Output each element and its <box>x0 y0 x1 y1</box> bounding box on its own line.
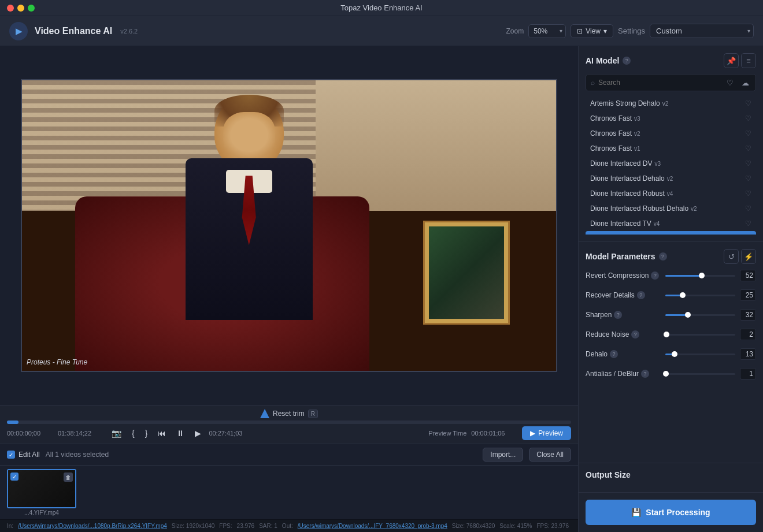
model-heart-4[interactable]: ♡ <box>745 159 751 168</box>
param-slider-revert-compression[interactable] <box>665 275 735 277</box>
step-back-button[interactable]: ⏮ <box>155 427 169 439</box>
close-button[interactable] <box>7 5 14 12</box>
ai-model-pin-button[interactable]: 📌 <box>724 53 739 68</box>
slider-thumb-3[interactable] <box>664 332 669 337</box>
preview-icon: ▶ <box>530 429 535 437</box>
model-item-2[interactable]: Chronos Fast v2 ♡ <box>586 126 756 141</box>
zoom-label: Zoom <box>506 27 524 35</box>
fps-value: 23.976 <box>237 523 255 529</box>
model-heart-5[interactable]: ♡ <box>745 174 751 183</box>
param-label-dehalo: Dehalo ? <box>586 350 661 358</box>
reset-trim-button[interactable]: Reset trim <box>273 410 305 418</box>
model-item-0[interactable]: Artemis Strong Dehalo v2 ♡ <box>586 96 756 111</box>
mark-in-button[interactable]: { <box>129 427 138 439</box>
model-heart-0[interactable]: ♡ <box>745 99 751 107</box>
slider-thumb-0[interactable] <box>699 273 705 278</box>
model-version-6: v4 <box>667 191 673 197</box>
person-body <box>186 158 313 320</box>
out-path[interactable]: /Users/wimarys/Downloads/...IFY_7680x432… <box>298 523 447 529</box>
search-input[interactable] <box>598 79 721 87</box>
param-help-reduce-noise[interactable]: ? <box>631 330 639 338</box>
close-all-button[interactable]: Close All <box>529 448 571 462</box>
model-item-9[interactable]: Proteus - Fine Tune v3 ♡ <box>586 231 756 235</box>
pause-button[interactable]: ⏸ <box>173 427 187 439</box>
slider-thumb-5[interactable] <box>663 371 669 377</box>
thumbnail-checkbox[interactable]: ✓ <box>10 473 18 481</box>
titlebar: Topaz Video Enhance AI <box>0 0 763 16</box>
model-item-4[interactable]: Dione Interlaced DV v3 ♡ <box>586 156 756 171</box>
slider-track-3 <box>665 334 735 336</box>
custom-select[interactable]: Custom <box>650 24 754 38</box>
model-version-3: v1 <box>634 146 640 152</box>
thumbnail-delete-icon[interactable]: 🗑 <box>64 473 73 482</box>
param-slider-reduce-noise[interactable] <box>665 334 735 336</box>
param-help-recover-details[interactable]: ? <box>637 291 645 299</box>
camera-button[interactable]: 📷 <box>109 427 124 439</box>
in-path[interactable]: /Users/wimarys/Downloads/...1080p.BrRip.… <box>18 523 167 529</box>
params-reset-button[interactable]: ↺ <box>724 249 739 264</box>
edit-all-checkbox[interactable]: ✓ Edit All <box>7 451 40 459</box>
search-box[interactable]: ⌕ ♡ ☁ <box>586 74 756 91</box>
param-slider-antialias[interactable] <box>665 373 735 375</box>
custom-select-wrap[interactable]: Custom <box>650 24 754 38</box>
search-cloud-icon[interactable]: ☁ <box>739 77 751 88</box>
model-item-1[interactable]: Chronos Fast v3 ♡ <box>586 111 756 126</box>
import-button[interactable]: Import... <box>483 448 523 462</box>
topbar-controls: Zoom 50% 25% 75% 100% ⊡ View ▾ Settings … <box>506 24 754 38</box>
zoom-select[interactable]: 50% 25% 75% 100% <box>528 24 566 38</box>
search-favorite-icon[interactable]: ♡ <box>724 77 736 88</box>
view-button[interactable]: ⊡ View ▾ <box>571 24 613 38</box>
model-item-7[interactable]: Dione Interlaced Robust Dehalo v2 ♡ <box>586 201 756 216</box>
slider-fill-0 <box>665 275 702 277</box>
model-heart-1[interactable]: ♡ <box>745 114 751 122</box>
slider-thumb-4[interactable] <box>672 351 677 357</box>
model-heart-6[interactable]: ♡ <box>745 189 751 198</box>
selected-label: All 1 videos selected <box>46 451 109 459</box>
model-item-6[interactable]: Dione Interlaced Robust v4 ♡ <box>586 186 756 201</box>
model-item-5[interactable]: Dione Interlaced Dehalo v2 ♡ <box>586 171 756 186</box>
param-slider-recover-details[interactable] <box>665 295 735 296</box>
params-bolt-button[interactable]: ⚡ <box>741 249 756 264</box>
model-heart-2[interactable]: ♡ <box>745 129 751 137</box>
ai-model-section: AI Model ? 📌 ≡ ⌕ ♡ ☁ Artemis Strong Deha… <box>579 46 763 242</box>
output-size-header: Output Size <box>586 470 756 479</box>
param-help-revert-compression[interactable]: ? <box>651 271 659 280</box>
param-value-sharpen: 32 <box>740 309 756 321</box>
slider-thumb-2[interactable] <box>685 312 691 318</box>
keyboard-hint: R <box>308 410 318 418</box>
model-item-8[interactable]: Dione Interlaced TV v4 ♡ <box>586 216 756 231</box>
timeline-track[interactable] <box>7 421 571 424</box>
in-label: In: <box>7 523 13 529</box>
mark-out-button[interactable]: } <box>142 427 151 439</box>
start-processing-button[interactable]: 💾 Start Processing <box>586 500 756 525</box>
photo-inner <box>429 226 504 319</box>
ai-model-help-icon[interactable]: ? <box>623 57 631 65</box>
thumbnail-item[interactable]: ✓ 🗑 ...4.YIFY.mp4 <box>7 469 76 516</box>
param-slider-dehalo[interactable] <box>665 354 735 355</box>
zoom-select-wrap[interactable]: 50% 25% 75% 100% <box>528 24 566 38</box>
param-slider-sharpen[interactable] <box>665 314 735 316</box>
model-version-7: v2 <box>691 206 697 212</box>
video-label: Proteus - Fine Tune <box>27 358 87 366</box>
model-params-help-icon[interactable]: ? <box>659 252 667 261</box>
model-heart-8[interactable]: ♡ <box>745 220 751 228</box>
param-help-antialias[interactable]: ? <box>641 370 649 378</box>
out-label: Out: <box>282 523 293 529</box>
play-button[interactable]: ▶ <box>192 427 204 439</box>
minimize-button[interactable] <box>17 5 24 12</box>
slider-thumb-1[interactable] <box>680 292 686 298</box>
param-label-reduce-noise: Reduce Noise ? <box>586 330 661 338</box>
model-name-6: Dione Interlaced Robust v4 <box>590 189 673 198</box>
param-help-sharpen[interactable]: ? <box>614 311 622 319</box>
maximize-button[interactable] <box>28 5 35 12</box>
model-item-3[interactable]: Chronos Fast v1 ♡ <box>586 141 756 156</box>
playback-row: 00:00:00;00 01:38:14;22 📷 { } ⏮ ⏸ ▶ 00:2… <box>7 426 571 440</box>
ai-model-list-button[interactable]: ≡ <box>741 53 756 68</box>
model-heart-3[interactable]: ♡ <box>745 144 751 152</box>
param-row-revert-compression: Revert Compression ? 52 <box>586 270 756 281</box>
model-heart-7[interactable]: ♡ <box>745 204 751 213</box>
preview-button[interactable]: ▶ Preview <box>522 426 571 440</box>
thumbnail-filename: ...4.YIFY.mp4 <box>24 509 59 516</box>
param-help-dehalo[interactable]: ? <box>610 350 618 358</box>
model-params-header: Model Parameters ? ↺ ⚡ <box>586 249 756 264</box>
